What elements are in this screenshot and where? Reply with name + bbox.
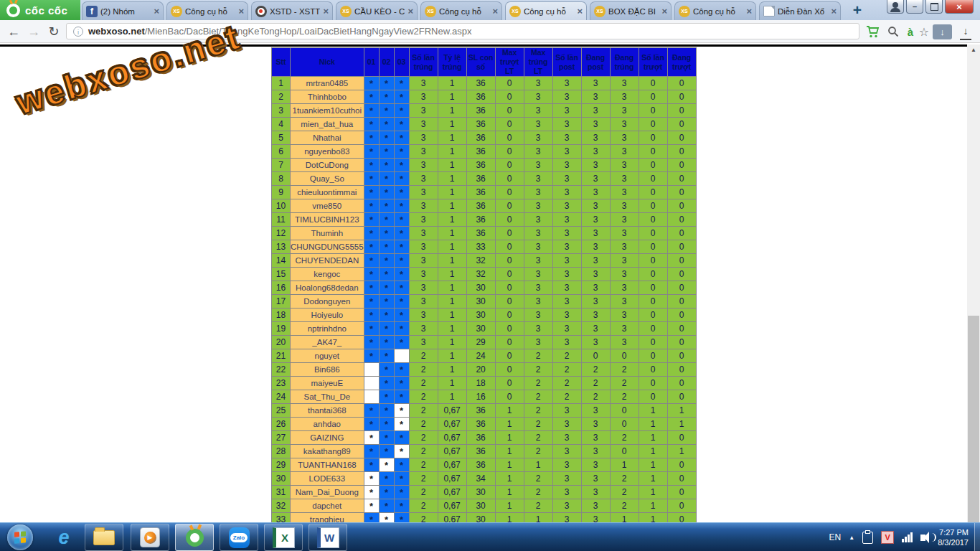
value-cell: 0 <box>495 199 524 213</box>
browser-tab-7[interactable]: XSBOX ĐẶC BI× <box>590 1 672 20</box>
value-cell: 3 <box>552 458 581 472</box>
value-cell: 0 <box>667 240 696 254</box>
browser-tab-1[interactable]: f(2) Nhóm× <box>82 1 164 20</box>
column-header: 03 <box>394 48 409 77</box>
value-cell: 2 <box>409 499 438 513</box>
tab-close-icon[interactable]: × <box>746 6 752 17</box>
tab-close-icon[interactable]: × <box>831 6 837 17</box>
tab-title: Công cụ hỗ <box>524 7 574 16</box>
volume-icon[interactable] <box>920 534 925 541</box>
vertical-scrollbar[interactable]: ▲ <box>967 44 980 522</box>
browser-tab-2[interactable]: XSCông cụ hỗ× <box>166 1 248 20</box>
back-button[interactable]: ← <box>4 22 23 41</box>
close-button[interactable]: × <box>945 0 974 14</box>
stt-cell: 1 <box>272 77 291 90</box>
browser-tab-3[interactable]: XSTD - XSTT× <box>251 1 333 20</box>
language-indicator[interactable]: EN <box>829 532 842 542</box>
value-cell: 3 <box>524 281 552 295</box>
value-cell: 1 <box>438 172 466 186</box>
download-indicator-button[interactable]: ↓ <box>933 24 952 39</box>
tab-close-icon[interactable]: × <box>407 6 413 17</box>
column-header: 02 <box>379 48 394 77</box>
star-cell: * <box>379 404 394 418</box>
tab-close-icon[interactable]: × <box>577 6 583 17</box>
browser-tab-5[interactable]: XSCông cụ hỗ× <box>420 1 502 20</box>
forward-button[interactable]: → <box>24 22 43 41</box>
star-cell: * <box>379 363 394 377</box>
coccoc-menu-button[interactable]: cốc cốc <box>0 0 80 20</box>
taskbar-word-button[interactable]: W <box>308 524 347 551</box>
browser-tab-6[interactable]: XSCông cụ hỗ× <box>505 1 587 20</box>
system-tray: EN ▲ V 7:27 PM 8/3/2017 <box>829 523 969 551</box>
value-cell: 30 <box>466 499 495 513</box>
value-cell: 1 <box>438 118 466 131</box>
tab-close-icon[interactable]: × <box>492 6 498 17</box>
browser-tab-4[interactable]: XSCẦU KÈO - C× <box>336 1 418 20</box>
tab-close-icon[interactable]: × <box>661 6 667 17</box>
tab-close-icon[interactable]: × <box>154 6 159 17</box>
tab-close-icon[interactable]: × <box>238 6 244 17</box>
nick-cell: Dodonguyen <box>291 295 364 309</box>
site-info-icon[interactable]: i <box>73 27 83 37</box>
taskbar-zalo-button[interactable]: Zalo <box>220 524 258 551</box>
profile-button[interactable] <box>887 0 904 14</box>
taskbar-coccoc-button[interactable] <box>175 524 214 551</box>
search-icon[interactable] <box>885 24 901 39</box>
taskbar-ie-button[interactable]: e <box>44 524 83 551</box>
address-bar[interactable]: i webxoso.net/MienBac/DacBiet/ThongKeTon… <box>66 23 859 39</box>
tray-clock[interactable]: 7:27 PM 8/3/2017 <box>938 527 969 547</box>
nick-cell: Nhathai <box>291 131 364 145</box>
show-desktop-button[interactable] <box>974 523 980 551</box>
unikey-tray-icon[interactable]: V <box>881 531 894 544</box>
value-cell: 0 <box>639 186 667 199</box>
tab-close-icon[interactable]: × <box>323 6 329 17</box>
nick-cell: CHUNGDUNG5555 <box>291 240 364 254</box>
taskbar-explorer-button[interactable] <box>85 524 123 551</box>
nick-cell: Quay_So <box>291 172 364 186</box>
downloads-button[interactable]: ↓ <box>960 24 971 40</box>
taskbar-media-player-button[interactable]: ▶ <box>131 524 169 551</box>
value-cell: 3 <box>524 336 552 349</box>
value-cell: 29 <box>466 336 495 349</box>
browser-tab-9[interactable]: Diễn Đàn Xổ× <box>759 1 841 20</box>
value-cell: 3 <box>552 295 581 309</box>
cart-icon[interactable] <box>864 24 880 39</box>
table-row: 27GAIZING***20,67361233210 <box>272 431 697 445</box>
star-cell: * <box>379 104 394 118</box>
value-cell: 3 <box>610 240 639 254</box>
value-cell: 0 <box>667 104 696 118</box>
value-cell: 36 <box>466 118 495 131</box>
value-cell: 3 <box>581 199 610 213</box>
new-tab-button[interactable]: + <box>848 2 867 18</box>
network-signal-icon[interactable] <box>902 532 913 542</box>
value-cell: 3 <box>409 131 438 145</box>
value-cell: 3 <box>409 172 438 186</box>
value-cell: 32 <box>466 268 495 281</box>
clipboard-tray-icon[interactable] <box>862 532 873 544</box>
browser-tab-8[interactable]: XSCông cụ hỗ× <box>674 1 756 20</box>
star-cell: * <box>364 445 379 458</box>
value-cell: 1 <box>639 445 667 458</box>
star-cell: * <box>364 186 379 199</box>
table-row: 2Thinhbobo***31360333300 <box>272 90 697 104</box>
scrollbar-up-arrow-icon[interactable]: ▲ <box>967 44 980 56</box>
start-button[interactable] <box>7 524 33 550</box>
table-row: 10vme850***31360333300 <box>272 199 697 213</box>
bookmark-star-icon[interactable]: ☆ <box>916 24 932 39</box>
taskbar-excel-button[interactable]: X <box>264 524 303 551</box>
reload-button[interactable]: ↻ <box>44 22 63 41</box>
value-cell: 0 <box>639 295 667 309</box>
hidden-icons-button[interactable]: ▲ <box>849 534 854 541</box>
value-cell: 0 <box>495 227 524 240</box>
minimize-button[interactable]: – <box>906 0 923 14</box>
value-cell: 0 <box>495 172 524 186</box>
star-cell: * <box>394 199 409 213</box>
tab-title: Công cụ hỗ <box>693 7 743 16</box>
maximize-button[interactable] <box>925 0 943 14</box>
value-cell: 3 <box>552 199 581 213</box>
value-cell: 0 <box>610 418 639 431</box>
value-cell: 0 <box>495 268 524 281</box>
value-cell: 3 <box>409 322 438 336</box>
scrollbar-thumb[interactable] <box>968 316 979 522</box>
value-cell: 3 <box>581 77 610 90</box>
